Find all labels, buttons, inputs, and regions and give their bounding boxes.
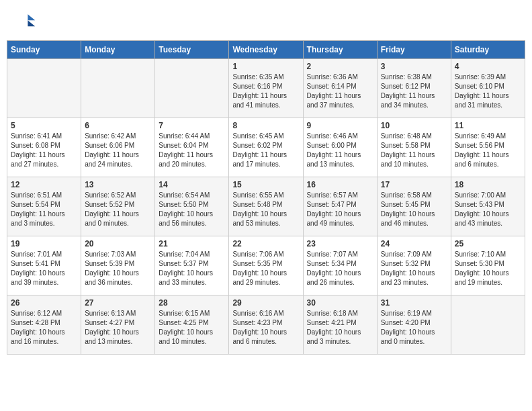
day-number: 27 [85,298,151,308]
calendar-cell: 1Sunrise: 6:35 AM Sunset: 6:16 PM Daylig… [229,59,303,118]
calendar-cell: 23Sunrise: 7:07 AM Sunset: 5:34 PM Dayli… [303,236,377,295]
day-number: 28 [159,298,225,308]
day-info: Sunrise: 6:45 AM Sunset: 6:02 PM Dayligh… [232,132,287,168]
day-info: Sunrise: 6:41 AM Sunset: 6:08 PM Dayligh… [11,132,65,168]
day-number: 5 [11,121,77,130]
day-number: 26 [11,298,77,308]
calendar-cell: 7Sunrise: 6:44 AM Sunset: 6:04 PM Daylig… [155,118,229,177]
day-info: Sunrise: 6:48 AM Sunset: 5:58 PM Dayligh… [381,132,435,168]
calendar-cell: 9Sunrise: 6:46 AM Sunset: 6:00 PM Daylig… [303,118,377,177]
day-number: 17 [381,180,447,189]
calendar-cell: 18Sunrise: 7:00 AM Sunset: 5:43 PM Dayli… [451,177,525,236]
day-number: 12 [11,180,77,189]
calendar-cell [81,59,155,118]
day-number: 14 [159,180,225,189]
calendar-cell: 21Sunrise: 7:04 AM Sunset: 5:37 PM Dayli… [155,236,229,295]
calendar-cell: 22Sunrise: 7:06 AM Sunset: 5:35 PM Dayli… [229,236,303,295]
day-info: Sunrise: 6:18 AM Sunset: 4:21 PM Dayligh… [307,310,361,345]
week-row: 1Sunrise: 6:35 AM Sunset: 6:16 PM Daylig… [7,59,525,118]
calendar-cell [155,59,229,118]
calendar-cell: 27Sunrise: 6:13 AM Sunset: 4:27 PM Dayli… [81,295,155,355]
svg-marker-0 [28,14,35,20]
calendar-table: SundayMondayTuesdayWednesdayThursdayFrid… [7,40,525,355]
calendar-cell: 3Sunrise: 6:38 AM Sunset: 6:12 PM Daylig… [377,59,451,118]
svg-marker-1 [28,20,35,26]
day-number: 3 [381,62,447,71]
day-info: Sunrise: 7:00 AM Sunset: 5:43 PM Dayligh… [455,191,509,227]
day-number: 25 [455,239,521,248]
day-number: 20 [85,239,151,248]
calendar-cell: 17Sunrise: 6:58 AM Sunset: 5:45 PM Dayli… [377,177,451,236]
day-number: 18 [455,180,521,189]
logo-icon [12,9,36,34]
day-number: 15 [232,180,299,189]
day-number: 6 [85,121,151,130]
calendar-cell: 12Sunrise: 6:51 AM Sunset: 5:54 PM Dayli… [7,177,81,236]
day-number: 4 [455,62,521,71]
day-number: 30 [307,298,373,308]
day-info: Sunrise: 6:51 AM Sunset: 5:54 PM Dayligh… [11,191,65,227]
day-info: Sunrise: 6:39 AM Sunset: 6:10 PM Dayligh… [455,73,509,109]
day-number: 31 [381,298,447,308]
calendar-cell: 19Sunrise: 7:01 AM Sunset: 5:41 PM Dayli… [7,236,81,295]
calendar-cell: 20Sunrise: 7:03 AM Sunset: 5:39 PM Dayli… [81,236,155,295]
calendar-cell [7,59,81,118]
calendar-cell: 26Sunrise: 6:12 AM Sunset: 4:28 PM Dayli… [7,295,81,355]
day-number: 23 [307,239,373,248]
day-info: Sunrise: 6:54 AM Sunset: 5:50 PM Dayligh… [159,191,213,227]
day-header-monday: Monday [81,41,155,59]
day-info: Sunrise: 6:13 AM Sunset: 4:27 PM Dayligh… [85,310,139,345]
day-header-saturday: Saturday [451,41,525,59]
day-info: Sunrise: 6:38 AM Sunset: 6:12 PM Dayligh… [381,73,435,109]
day-info: Sunrise: 6:19 AM Sunset: 4:20 PM Dayligh… [381,310,435,345]
day-number: 24 [381,239,447,248]
day-info: Sunrise: 6:35 AM Sunset: 6:16 PM Dayligh… [232,73,287,109]
day-number: 10 [381,121,447,130]
day-info: Sunrise: 6:44 AM Sunset: 6:04 PM Dayligh… [159,132,213,168]
day-info: Sunrise: 6:12 AM Sunset: 4:28 PM Dayligh… [11,310,65,345]
calendar-cell: 11Sunrise: 6:49 AM Sunset: 5:56 PM Dayli… [451,118,525,177]
day-info: Sunrise: 7:06 AM Sunset: 5:35 PM Dayligh… [232,250,287,286]
calendar-cell: 10Sunrise: 6:48 AM Sunset: 5:58 PM Dayli… [377,118,451,177]
calendar-cell: 15Sunrise: 6:55 AM Sunset: 5:48 PM Dayli… [229,177,303,236]
day-info: Sunrise: 6:52 AM Sunset: 5:52 PM Dayligh… [85,191,139,227]
page-header [7,7,525,36]
day-info: Sunrise: 6:58 AM Sunset: 5:45 PM Dayligh… [381,191,435,227]
day-header-tuesday: Tuesday [155,41,229,59]
calendar-cell: 8Sunrise: 6:45 AM Sunset: 6:02 PM Daylig… [229,118,303,177]
day-info: Sunrise: 6:57 AM Sunset: 5:47 PM Dayligh… [307,191,361,227]
day-number: 19 [11,239,77,248]
day-info: Sunrise: 7:03 AM Sunset: 5:39 PM Dayligh… [85,250,139,286]
week-row: 5Sunrise: 6:41 AM Sunset: 6:08 PM Daylig… [7,118,525,177]
day-number: 7 [159,121,225,130]
calendar-cell: 6Sunrise: 6:42 AM Sunset: 6:06 PM Daylig… [81,118,155,177]
calendar-cell [451,295,525,355]
day-info: Sunrise: 6:15 AM Sunset: 4:25 PM Dayligh… [159,310,213,345]
day-header-sunday: Sunday [7,41,81,59]
day-info: Sunrise: 6:36 AM Sunset: 6:14 PM Dayligh… [307,73,361,109]
calendar-cell: 31Sunrise: 6:19 AM Sunset: 4:20 PM Dayli… [377,295,451,355]
week-row: 12Sunrise: 6:51 AM Sunset: 5:54 PM Dayli… [7,177,525,236]
day-number: 11 [455,121,521,130]
calendar-cell: 4Sunrise: 6:39 AM Sunset: 6:10 PM Daylig… [451,59,525,118]
week-row: 26Sunrise: 6:12 AM Sunset: 4:28 PM Dayli… [7,295,525,355]
day-number: 22 [232,239,299,248]
calendar-cell: 25Sunrise: 7:10 AM Sunset: 5:30 PM Dayli… [451,236,525,295]
calendar-cell: 30Sunrise: 6:18 AM Sunset: 4:21 PM Dayli… [303,295,377,355]
day-number: 21 [159,239,225,248]
day-number: 16 [307,180,373,189]
day-number: 13 [85,180,151,189]
day-info: Sunrise: 6:49 AM Sunset: 5:56 PM Dayligh… [455,132,509,168]
logo [12,9,36,34]
day-info: Sunrise: 6:46 AM Sunset: 6:00 PM Dayligh… [307,132,361,168]
day-info: Sunrise: 7:10 AM Sunset: 5:30 PM Dayligh… [455,250,509,286]
day-header-friday: Friday [377,41,451,59]
day-info: Sunrise: 7:01 AM Sunset: 5:41 PM Dayligh… [11,250,65,286]
week-row: 19Sunrise: 7:01 AM Sunset: 5:41 PM Dayli… [7,236,525,295]
calendar-cell: 24Sunrise: 7:09 AM Sunset: 5:32 PM Dayli… [377,236,451,295]
day-number: 2 [307,62,373,71]
day-info: Sunrise: 6:16 AM Sunset: 4:23 PM Dayligh… [232,310,287,345]
calendar-cell: 2Sunrise: 6:36 AM Sunset: 6:14 PM Daylig… [303,59,377,118]
calendar-cell: 16Sunrise: 6:57 AM Sunset: 5:47 PM Dayli… [303,177,377,236]
day-info: Sunrise: 7:07 AM Sunset: 5:34 PM Dayligh… [307,250,361,286]
